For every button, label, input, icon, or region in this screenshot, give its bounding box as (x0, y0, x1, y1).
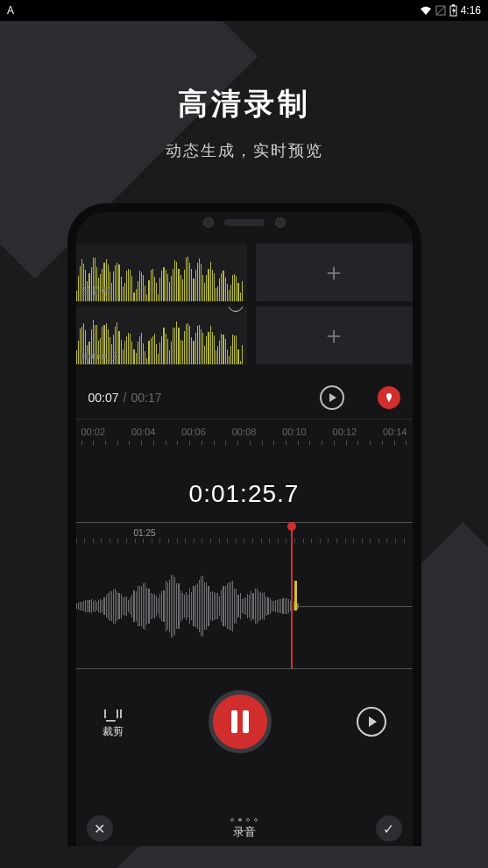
no-sim-icon (435, 5, 446, 16)
close-icon: ✕ (94, 821, 105, 837)
android-status-bar: A 4:16 (0, 0, 488, 21)
track-row[interactable]: − Honor_2 ＋ (76, 307, 413, 364)
ruler-tick-label: 00:12 (333, 427, 357, 437)
playback-time-row: 00:07 / 00:17 (76, 370, 413, 419)
remove-track-button[interactable]: − (228, 307, 244, 312)
add-track-button[interactable]: ＋ (256, 243, 413, 301)
track-label: 兰花草 (81, 285, 110, 298)
close-button[interactable]: ✕ (87, 815, 113, 842)
bottom-title: 录音 (233, 824, 256, 840)
battery-icon (449, 4, 457, 17)
ruler-tick-label: 00:10 (282, 427, 307, 437)
timeline-ruler[interactable]: 00:0200:0400:0600:0800:1000:1200:14 (76, 419, 413, 452)
page-subtitle: 动态生成，实时预览 (166, 140, 323, 161)
record-pause-button[interactable] (209, 690, 272, 753)
svg-line-1 (437, 7, 444, 14)
pause-icon (231, 710, 249, 733)
status-left-badge: A (7, 4, 14, 17)
ruler-tick-label: 00:02 (81, 427, 106, 437)
trim-label: 裁剪 (103, 724, 124, 739)
confirm-button[interactable]: ✓ (376, 815, 402, 842)
phone-mockup: 兰花草 ＋ − Honor_2 ＋ 00:07 / 00:17 (67, 203, 421, 846)
ruler-tick-label: 00:08 (232, 427, 257, 437)
page-indicator (230, 818, 258, 822)
ruler-tick-label: 00:04 (131, 427, 156, 437)
page-title: 高清录制 (178, 84, 311, 124)
marker-indicator (294, 581, 297, 610)
check-icon: ✓ (383, 821, 394, 837)
playback-duration: 00:17 (131, 391, 161, 405)
add-track-button[interactable]: ＋ (256, 307, 413, 364)
track-label: Honor_2 (81, 350, 118, 361)
recorder-elapsed-time: 0:01:25.7 (76, 480, 413, 508)
marker-button[interactable] (378, 386, 400, 409)
track-waveform[interactable]: − Honor_2 (76, 307, 247, 364)
play-button[interactable] (320, 385, 344, 410)
bottom-bar: ✕ 录音 ✓ (76, 811, 413, 846)
recorder-ruler-mark: 01:25 (134, 528, 156, 538)
track-row[interactable]: 兰花草 ＋ (76, 243, 413, 301)
recorder-waveform-area[interactable]: 01:25 (76, 522, 413, 669)
ruler-tick-label: 00:14 (383, 427, 407, 437)
ruler-tick-label: 00:06 (181, 427, 206, 437)
trim-icon: ı⎯ıı (103, 704, 122, 723)
playhead-indicator[interactable] (291, 523, 293, 668)
status-time: 4:16 (461, 4, 481, 17)
wifi-icon (420, 5, 432, 16)
trim-button[interactable]: ı⎯ıı 裁剪 (103, 704, 124, 739)
track-waveform[interactable]: 兰花草 (76, 243, 247, 301)
track-list: 兰花草 ＋ − Honor_2 ＋ (76, 243, 413, 370)
playback-current-time: 00:07 (88, 391, 119, 405)
svg-rect-3 (452, 4, 455, 6)
phone-notch (203, 217, 286, 228)
playback-button[interactable] (357, 707, 386, 737)
